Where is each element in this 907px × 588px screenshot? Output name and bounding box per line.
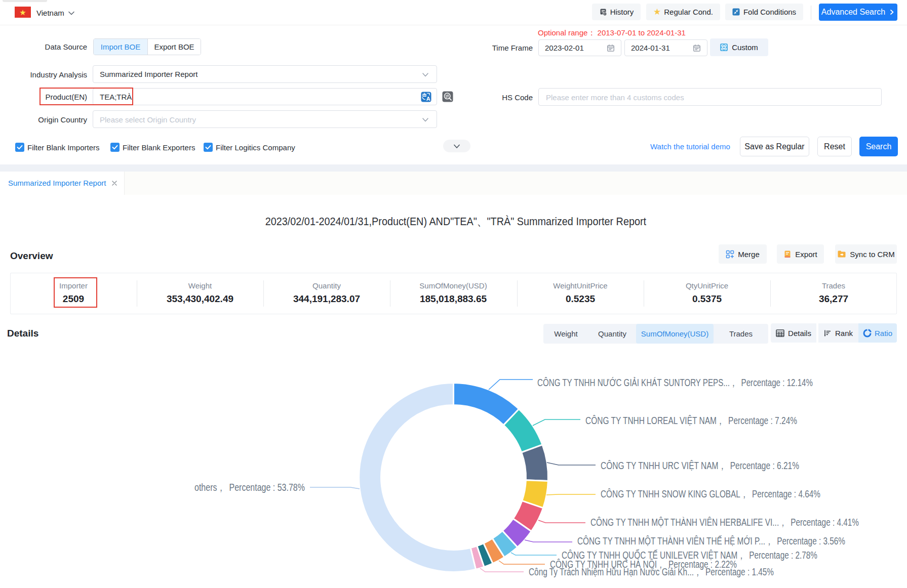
svg-text:CÔNG TY TNHH LOREAL VIỆT NAM，: CÔNG TY TNHH LOREAL VIỆT NAM， Percentage… [585, 415, 797, 426]
svg-text:CÔNG TY TNHH MỘT THÀNH VIÊN HE: CÔNG TY TNHH MỘT THÀNH VIÊN HERBALIFE VI… [590, 517, 859, 528]
svg-text:CÔNG TY TNHH URC VIỆT NAM， Per: CÔNG TY TNHH URC VIỆT NAM， Percentage : … [601, 460, 799, 471]
svg-text:CÔNG TY TNHH MỘT THÀNH VIÊN TH: CÔNG TY TNHH MỘT THÀNH VIÊN THẾ HỆ MỚI P… [577, 535, 845, 547]
svg-text:CÔNG TY TNHH NƯỚC GIẢI KHÁT SU: CÔNG TY TNHH NƯỚC GIẢI KHÁT SUNTORY PEPS… [537, 377, 813, 388]
svg-text:CÔNG TY TNHH SNOW KING GLOBAL，: CÔNG TY TNHH SNOW KING GLOBAL， Percentag… [601, 488, 820, 499]
svg-text:A: A [426, 96, 430, 102]
svg-text:others， Percentage : 53.78%: others， Percentage : 53.78% [194, 482, 305, 493]
svg-text:Công Ty Trách Nhiệm Hữu Hạn Nư: Công Ty Trách Nhiệm Hữu Hạn Nước Giải Kh… [529, 566, 774, 577]
